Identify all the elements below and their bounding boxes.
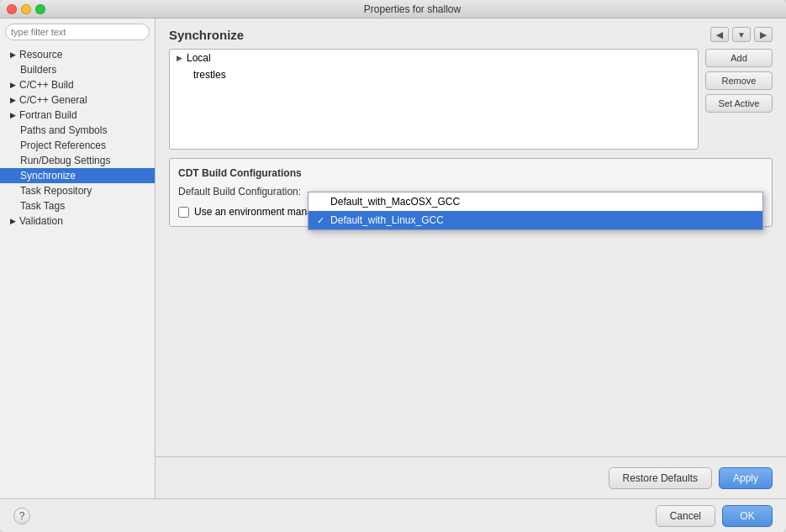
sync-tree-container: ▶ Local trestles <box>169 49 699 150</box>
cancel-button[interactable]: Cancel <box>656 505 715 527</box>
expand-icon: ▶ <box>10 96 16 104</box>
minimize-button[interactable] <box>21 4 31 14</box>
sync-tree-row-trestles[interactable]: trestles <box>170 66 698 83</box>
bottom-right-main: Restore Defaults Apply <box>609 467 773 489</box>
panel-body: ▶ Local trestles Add Remove Set Active <box>156 49 786 456</box>
tree-expand-icon: ▶ <box>177 54 182 62</box>
sidebar-item-validation[interactable]: ▶ Validation <box>0 213 155 229</box>
sidebar-item-fortran-build[interactable]: ▶ Fortran Build <box>0 108 155 123</box>
panel-title: Synchronize <box>169 28 244 42</box>
expand-icon: ▶ <box>10 217 16 225</box>
sidebar-item-task-repository[interactable]: Task Repository <box>0 183 155 198</box>
expand-icon: ▶ <box>10 111 16 119</box>
traffic-lights <box>7 4 45 14</box>
dialog-buttons: Cancel OK <box>656 505 773 527</box>
sync-area: ▶ Local trestles Add Remove Set Active <box>169 49 773 150</box>
remove-button[interactable]: Remove <box>705 71 773 90</box>
dropdown-menu[interactable]: Default_with_MacOSX_GCC ✓ Default_with_L… <box>308 192 763 230</box>
close-button[interactable] <box>7 4 17 14</box>
sidebar-item-task-tags[interactable]: Task Tags <box>0 198 155 213</box>
main-panel: Synchronize ◀ ▼ ▶ ▶ Local <box>156 18 786 498</box>
title-bar: Properties for shallow <box>0 0 786 18</box>
sidebar-item-project-references[interactable]: Project References <box>0 138 155 153</box>
nav-back-button[interactable]: ◀ <box>710 27 729 42</box>
env-management-checkbox[interactable] <box>178 207 189 218</box>
dropdown-option-macos[interactable]: Default_with_MacOSX_GCC <box>309 192 762 211</box>
bottom-bar: Restore Defaults Apply <box>156 456 786 498</box>
check-icon: ✓ <box>317 215 327 226</box>
cdt-section-title: CDT Build Configurations <box>178 167 763 179</box>
side-buttons: Add Remove Set Active <box>705 49 773 150</box>
sidebar-item-paths-symbols[interactable]: Paths and Symbols <box>0 123 155 138</box>
sidebar-tree: ▶ Resource Builders ▶ C/C++ Build ▶ C/C+… <box>0 45 155 498</box>
apply-button[interactable]: Apply <box>719 467 773 489</box>
sidebar: ▶ Resource Builders ▶ C/C++ Build ▶ C/C+… <box>0 18 156 498</box>
sidebar-item-resource[interactable]: ▶ Resource <box>0 47 155 62</box>
restore-defaults-button[interactable]: Restore Defaults <box>609 467 712 489</box>
window: Properties for shallow ▶ Resource Builde… <box>0 0 786 532</box>
help-area: ? <box>13 508 30 524</box>
nav-down-button[interactable]: ▼ <box>732 27 751 42</box>
help-button[interactable]: ? <box>13 508 30 524</box>
cdt-label: Default Build Configuration: <box>178 186 301 198</box>
cdt-section: CDT Build Configurations Default Build C… <box>169 158 773 227</box>
nav-forward-button[interactable]: ▶ <box>754 27 773 42</box>
panel-header: Synchronize ◀ ▼ ▶ <box>156 18 786 49</box>
sidebar-item-run-debug[interactable]: Run/Debug Settings <box>0 153 155 168</box>
sidebar-item-builders[interactable]: Builders <box>0 62 155 77</box>
window-title: Properties for shallow <box>45 3 779 15</box>
expand-icon: ▶ <box>10 50 16 59</box>
panel-nav: ◀ ▼ ▶ <box>710 27 773 42</box>
sync-tree-area: ▶ Local trestles <box>169 49 699 150</box>
maximize-button[interactable] <box>35 4 45 14</box>
window-bottom-bar: ? Cancel OK <box>0 498 786 532</box>
sidebar-item-synchronize[interactable]: Synchronize <box>0 168 155 183</box>
expand-icon: ▶ <box>10 81 16 89</box>
dropdown-option-linux[interactable]: ✓ Default_with_Linux_GCC <box>309 211 762 229</box>
cdt-row: Default Build Configuration: Default_wit… <box>178 186 763 198</box>
add-button[interactable]: Add <box>705 49 773 67</box>
sidebar-item-cpp-build[interactable]: ▶ C/C++ Build <box>0 77 155 92</box>
set-active-button[interactable]: Set Active <box>705 94 773 113</box>
sidebar-item-cpp-general[interactable]: ▶ C/C++ General <box>0 92 155 108</box>
main-content: ▶ Resource Builders ▶ C/C++ Build ▶ C/C+… <box>0 18 786 498</box>
sync-tree-row-local[interactable]: ▶ Local <box>170 50 698 66</box>
ok-button[interactable]: OK <box>722 505 773 527</box>
filter-input[interactable] <box>5 24 150 40</box>
